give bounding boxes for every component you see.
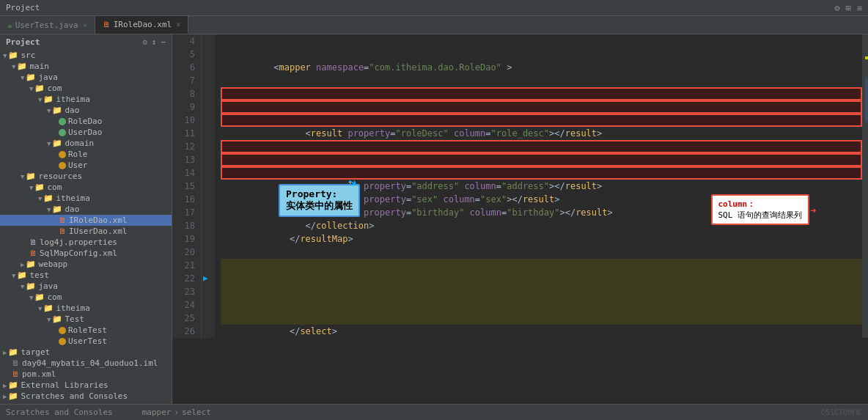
gear-icon[interactable]: ≡ bbox=[857, 3, 862, 13]
tree-item-resources[interactable]: ▼ 📁 resources bbox=[0, 171, 172, 182]
folder-icon: 📁 bbox=[26, 172, 36, 181]
code-editor[interactable]: Property: 实体类中的属性 column： SQL 语句的查询结果列 ➜… bbox=[172, 34, 868, 404]
tree-item-main[interactable]: ▼ 📁 main bbox=[0, 61, 172, 72]
arrow-icon: ▼ bbox=[12, 63, 15, 70]
xml-file-icon: 🗎 bbox=[103, 20, 111, 29]
code-line-21: <select id="findAll" resultMap="roleMap"… bbox=[221, 259, 862, 272]
tab-iroledao-close[interactable]: × bbox=[176, 21, 180, 29]
gutter-run-icon[interactable]: ▶ bbox=[203, 272, 208, 285]
line-num: 26 bbox=[178, 325, 195, 338]
props-icon: 🗎 bbox=[29, 237, 37, 247]
tree-item-iroledao-file[interactable]: 🗎 IRoleDao.xml bbox=[0, 215, 172, 226]
tree-label: IRoleDao.xml bbox=[69, 215, 127, 225]
arrow-icon: ▼ bbox=[47, 316, 51, 323]
folder-icon: 📁 bbox=[8, 380, 18, 390]
sidebar-title: Project bbox=[6, 37, 40, 47]
xml-icon2: 🗎 bbox=[29, 248, 37, 258]
tree-item-test[interactable]: ▼ 📁 test bbox=[0, 270, 172, 281]
tree-label: UserDao bbox=[68, 128, 102, 137]
tree-item-itheima[interactable]: ▼ 📁 itheima bbox=[0, 94, 172, 105]
line-num: 16 bbox=[178, 193, 195, 206]
folder-icon: 📁 bbox=[8, 347, 18, 357]
line-num: 15 bbox=[178, 180, 195, 193]
code-content: 4 5 6 7 8 9 10 11 12 13 14 15 16 17 18 1… bbox=[172, 34, 868, 338]
arrow-icon: ▼ bbox=[21, 74, 24, 81]
tree-label: src bbox=[21, 51, 35, 60]
arrow-icon: ▼ bbox=[29, 294, 33, 301]
class-icon bbox=[59, 151, 66, 158]
tree-item-dao[interactable]: ▼ 📁 dao bbox=[0, 105, 172, 116]
tree-item-pom[interactable]: 🗎 pom.xml bbox=[0, 369, 172, 380]
code-line-20: <!-- 查询所有 --> bbox=[221, 246, 862, 259]
tree-item-target[interactable]: ▶ 📁 target bbox=[0, 347, 172, 358]
main-layout: Project ⚙ ↕ − ▼ 📁 src ▼ 📁 main ▼ 📁 java … bbox=[0, 34, 868, 404]
tree-item-dao2[interactable]: ▼ 📁 dao bbox=[0, 204, 172, 215]
class-icon bbox=[59, 338, 66, 345]
watermark: ©51CTO博客 bbox=[821, 408, 862, 418]
code-line-22: select U.* ,r.id as rid,r.role_name,r.ro… bbox=[221, 272, 862, 285]
tree-item-itheima3[interactable]: ▼ 📁 itheima bbox=[0, 303, 172, 314]
tree-label: itheima bbox=[56, 194, 89, 203]
tree-item-userdao[interactable]: UserDao bbox=[0, 127, 172, 138]
line-num: 17 bbox=[178, 206, 195, 219]
code-line-17: </collection> bbox=[221, 206, 862, 219]
code-line-7: <resultMap id="roleMap" type="Role"> bbox=[221, 74, 862, 87]
arrow-icon: ▼ bbox=[21, 173, 24, 180]
tab-usertest-close[interactable]: × bbox=[83, 21, 87, 29]
folder-icon: 📁 bbox=[8, 51, 18, 60]
tree-item-com3[interactable]: ▼ 📁 com bbox=[0, 292, 172, 303]
tree-item-itheima2[interactable]: ▼ 📁 itheima bbox=[0, 193, 172, 204]
arrow-icon: ▼ bbox=[47, 206, 51, 213]
interface-icon bbox=[59, 118, 66, 125]
arrow-icon: ▼ bbox=[12, 272, 15, 279]
tree-item-java[interactable]: ▼ 📁 java bbox=[0, 72, 172, 83]
tree-label: RoleTest bbox=[68, 325, 107, 335]
tree-item-iuserdao-file[interactable]: 🗎 IUserDao.xml bbox=[0, 226, 172, 237]
line-num: 4 bbox=[178, 34, 195, 48]
arrow-icon: ▼ bbox=[29, 85, 33, 92]
tree-label: Scratches and Consoles bbox=[21, 391, 128, 401]
folder-icon: 📁 bbox=[17, 62, 27, 71]
scratches-link[interactable]: Scratches and Consoles bbox=[6, 408, 113, 417]
sync-icon[interactable]: ↕ bbox=[152, 37, 157, 47]
line-num: 9 bbox=[178, 100, 195, 114]
tree-item-day04[interactable]: 🗎 day04_mybatis_04_duoduo1.iml bbox=[0, 358, 172, 369]
tree-item-com[interactable]: ▼ 📁 com bbox=[0, 83, 172, 94]
collapse-icon[interactable]: − bbox=[161, 37, 166, 47]
tree-item-roletest[interactable]: RoleTest bbox=[0, 325, 172, 336]
tab-iroledao[interactable]: 🗎 IRoleDao.xml × bbox=[95, 16, 189, 34]
arrow-icon: ▼ bbox=[47, 107, 51, 114]
tree-item-role[interactable]: Role bbox=[0, 149, 172, 160]
tree-item-com2[interactable]: ▼ 📁 com bbox=[0, 182, 172, 193]
top-bar: Project ⚙ ⊞ ≡ bbox=[0, 0, 868, 16]
tree-item-java2[interactable]: ▼ 📁 java bbox=[0, 281, 172, 292]
tree-label: itheima bbox=[56, 95, 89, 104]
layout-icon[interactable]: ⊞ bbox=[846, 3, 851, 13]
tree-label: dao bbox=[65, 106, 79, 115]
folder-icon: 📁 bbox=[43, 194, 54, 203]
tree-item-scratches[interactable]: ▶ 📁 Scratches and Consoles bbox=[0, 391, 172, 402]
tree-item-webapp[interactable]: ▶ 📁 webapp bbox=[0, 259, 172, 270]
tree-item-extlibs[interactable]: ▶ 📁 External Libraries bbox=[0, 380, 172, 391]
tree-label: day04_mybatis_04_duoduo1.iml bbox=[22, 358, 158, 368]
tree-item-usertest[interactable]: UserTest bbox=[0, 336, 172, 347]
arrow-icon: ▶ bbox=[3, 349, 7, 356]
tree-item-test-folder[interactable]: ▼ 📁 Test bbox=[0, 314, 172, 325]
settings-icon[interactable]: ⚙ bbox=[834, 3, 839, 13]
tree-item-log4j[interactable]: 🗎 log4j.properties bbox=[0, 237, 172, 248]
tree-item-sqlmap[interactable]: 🗎 SqlMapConfig.xml bbox=[0, 248, 172, 259]
iml-icon: 🗎 bbox=[12, 358, 20, 368]
tab-usertest[interactable]: ☕ UserTest.java × bbox=[0, 16, 95, 34]
tree-label: log4j.properties bbox=[40, 237, 117, 247]
tree-item-domain[interactable]: ▼ 📁 domain bbox=[0, 138, 172, 149]
tree-item-roledao[interactable]: RoleDao bbox=[0, 116, 172, 127]
tree-label: resources bbox=[38, 172, 82, 181]
code-line-24: left outer join user u on u.id=ur.uid bbox=[221, 298, 862, 312]
tree-label: RoleDao bbox=[68, 117, 102, 126]
arrow-icon: ▶ bbox=[3, 393, 7, 400]
gear-settings-icon[interactable]: ⚙ bbox=[142, 37, 147, 47]
tree-item-src[interactable]: ▼ 📁 src bbox=[0, 50, 172, 61]
arrow-icon: ▶ bbox=[21, 261, 24, 268]
code-lines[interactable]: <mapper namespace="com.itheima.dao.RoleD… bbox=[215, 34, 862, 338]
tree-item-user[interactable]: User bbox=[0, 160, 172, 171]
